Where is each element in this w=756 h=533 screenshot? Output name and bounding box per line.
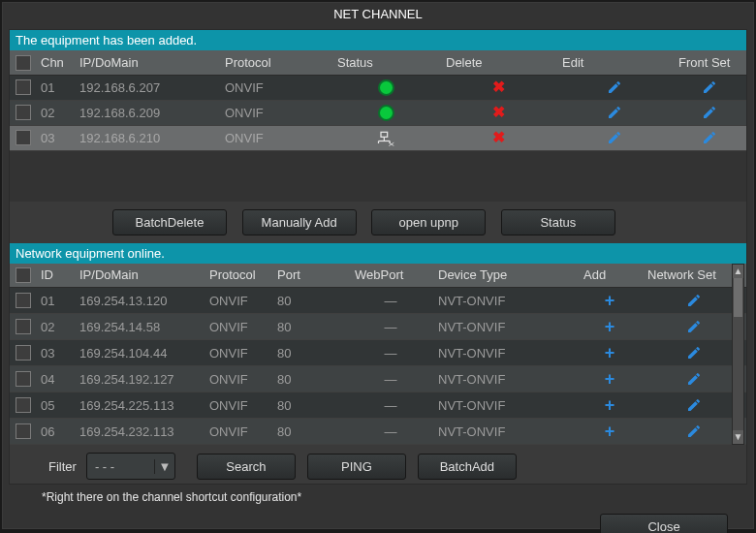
cell-ip: 192.168.6.210 [74, 125, 219, 150]
col-protocol: Protocol [219, 50, 331, 75]
scroll-down-icon[interactable]: ▼ [733, 430, 743, 444]
table-row[interactable]: 01169.254.13.120ONVIF80—NVT-ONVIF+ [10, 288, 746, 314]
network-set-icon[interactable] [686, 345, 702, 361]
row-checkbox[interactable] [16, 423, 31, 439]
status-online-icon [378, 79, 394, 96]
front-set-icon[interactable] [702, 79, 717, 96]
row-checkbox[interactable] [16, 293, 31, 308]
cell-ip: 169.254.192.127 [74, 366, 204, 392]
online-select-all-checkbox[interactable] [16, 267, 31, 283]
online-equipment-banner: Network equipment online. [10, 243, 746, 264]
batch-add-button[interactable]: BatchAdd [418, 454, 517, 480]
cell-ip: 169.254.232.113 [74, 419, 204, 445]
cell-device: NVT-ONVIF [432, 392, 578, 419]
cell-id: 06 [35, 419, 74, 445]
row-checkbox[interactable] [16, 79, 31, 95]
col-id: ID [35, 264, 74, 288]
cell-port: 80 [271, 419, 349, 445]
delete-icon[interactable]: ✖ [492, 105, 505, 120]
table-row[interactable]: 03192.168.6.210ONVIF✖ [10, 125, 746, 150]
col-status: Status [331, 50, 440, 75]
added-select-all-checkbox[interactable] [16, 55, 31, 71]
col-port: Port [271, 264, 349, 288]
cell-device: NVT-ONVIF [432, 340, 578, 366]
row-checkbox[interactable] [16, 130, 31, 145]
filter-label: Filter [48, 459, 77, 474]
table-row[interactable]: 02169.254.14.58ONVIF80—NVT-ONVIF+ [10, 314, 746, 340]
cell-chn: 01 [35, 75, 74, 100]
table-row[interactable]: 01192.168.6.207ONVIF✖ [10, 75, 746, 100]
table-row[interactable]: 05169.254.225.113ONVIF80—NVT-ONVIF+ [10, 392, 746, 419]
cell-webport: — [349, 314, 432, 340]
online-scrollbar[interactable]: ▲ ▼ [732, 264, 744, 446]
network-set-icon[interactable] [686, 293, 702, 309]
cell-id: 03 [35, 340, 74, 366]
cell-webport: — [349, 419, 432, 445]
front-set-icon[interactable] [702, 130, 717, 146]
cell-ip: 169.254.104.44 [74, 340, 204, 366]
delete-icon[interactable]: ✖ [492, 79, 505, 95]
cell-port: 80 [271, 340, 349, 366]
cell-protocol: ONVIF [204, 288, 271, 314]
open-upnp-button[interactable]: open upnp [371, 209, 486, 235]
scroll-up-icon[interactable]: ▲ [733, 265, 743, 278]
cell-protocol: ONVIF [204, 314, 271, 340]
online-equipment-section: Network equipment online. ID IP/DoMain [10, 243, 746, 485]
cell-port: 80 [271, 392, 349, 419]
filter-bar: Filter - - - ▼ Search PING BatchAdd [10, 445, 746, 484]
table-row[interactable]: 03169.254.104.44ONVIF80—NVT-ONVIF+ [10, 340, 746, 366]
cell-protocol: ONVIF [219, 100, 331, 125]
edit-icon[interactable] [607, 130, 622, 146]
add-icon[interactable]: + [605, 344, 615, 361]
edit-icon[interactable] [607, 105, 622, 121]
cell-id: 04 [35, 366, 74, 392]
table-row[interactable]: 04169.254.192.127ONVIF80—NVT-ONVIF+ [10, 366, 746, 392]
row-checkbox[interactable] [16, 397, 31, 413]
status-offline-icon [376, 130, 395, 146]
cell-protocol: ONVIF [204, 340, 271, 366]
network-set-icon[interactable] [686, 423, 702, 440]
add-icon[interactable]: + [605, 396, 615, 414]
add-icon[interactable]: + [605, 370, 615, 388]
network-set-icon[interactable] [686, 319, 702, 335]
cell-ip: 169.254.14.58 [74, 314, 204, 340]
cell-id: 02 [35, 314, 74, 340]
delete-icon[interactable]: ✖ [492, 130, 505, 145]
table-row[interactable]: 02192.168.6.209ONVIF✖ [10, 100, 746, 125]
ping-button[interactable]: PING [307, 454, 406, 480]
row-checkbox[interactable] [16, 345, 31, 361]
network-set-icon[interactable] [686, 371, 702, 388]
table-row[interactable]: 06169.254.232.113ONVIF80—NVT-ONVIF+ [10, 419, 746, 445]
cell-port: 80 [271, 288, 349, 314]
search-button[interactable]: Search [197, 454, 296, 480]
cell-device: NVT-ONVIF [432, 314, 578, 340]
col-add: Add [578, 264, 642, 288]
edit-icon[interactable] [607, 79, 622, 96]
network-set-icon[interactable] [686, 397, 702, 414]
cell-device: NVT-ONVIF [432, 366, 578, 392]
add-icon[interactable]: + [605, 318, 615, 335]
col-webport: WebPort [349, 264, 432, 288]
col-device: Device Type [432, 264, 578, 288]
front-set-icon[interactable] [702, 105, 717, 121]
cell-port: 80 [271, 314, 349, 340]
row-checkbox[interactable] [16, 105, 31, 120]
row-checkbox[interactable] [16, 371, 31, 387]
row-checkbox[interactable] [16, 319, 31, 334]
added-equipment-banner: The equipment has been added. [10, 30, 746, 50]
cell-device: NVT-ONVIF [432, 419, 578, 445]
cell-ip: 192.168.6.209 [74, 100, 219, 125]
hint-text: *Right there on the channel shortcut con… [3, 485, 753, 514]
cell-webport: — [349, 288, 432, 314]
manually-add-button[interactable]: Manually Add [242, 209, 357, 235]
scroll-thumb[interactable] [734, 278, 742, 317]
status-button[interactable]: Status [501, 209, 615, 235]
add-icon[interactable]: + [605, 423, 615, 440]
cell-ip: 169.254.13.120 [74, 288, 204, 314]
col-protocol2: Protocol [204, 264, 271, 288]
add-icon[interactable]: + [605, 292, 615, 309]
close-button[interactable]: Close [600, 514, 728, 533]
filter-select[interactable]: - - - ▼ [86, 453, 175, 480]
cell-chn: 02 [35, 100, 74, 125]
batch-delete-button[interactable]: BatchDelete [112, 209, 227, 235]
